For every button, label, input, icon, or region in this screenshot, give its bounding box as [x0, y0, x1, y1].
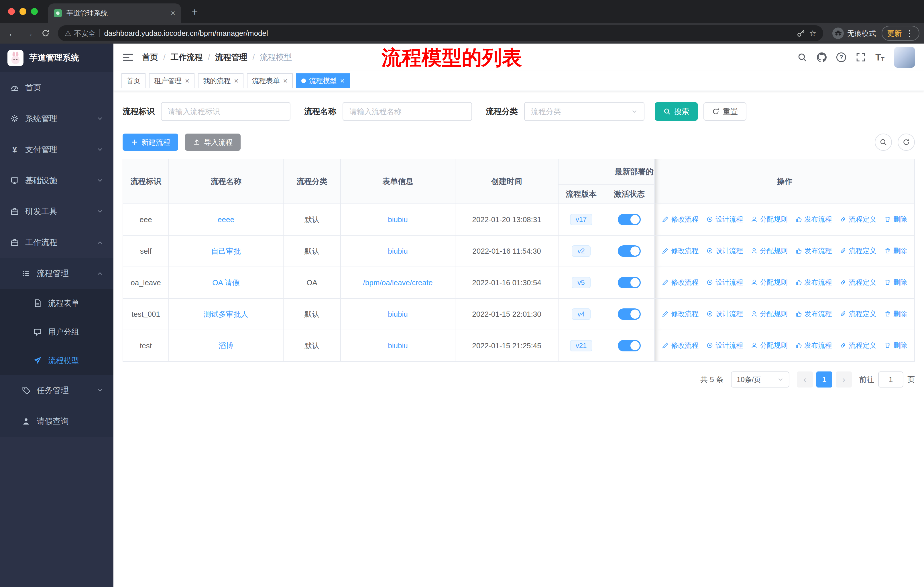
form-info-link[interactable]: biubiu [388, 341, 408, 350]
prev-page-button[interactable]: ‹ [797, 372, 813, 387]
tab-close-icon[interactable]: × [171, 8, 175, 18]
assign-rule-link[interactable]: 分配规则 [751, 278, 787, 287]
process-definition-link[interactable]: 流程定义 [840, 215, 876, 224]
sidebar-item-process-form[interactable]: 流程表单 [0, 289, 114, 317]
goto-page-input[interactable] [878, 372, 903, 387]
publish-process-link[interactable]: 发布流程 [795, 215, 832, 224]
user-avatar[interactable] [894, 47, 915, 68]
design-process-link[interactable]: 设计流程 [706, 309, 743, 318]
close-window-button[interactable] [8, 8, 15, 15]
hamburger-menu-icon[interactable] [122, 53, 134, 62]
publish-process-link[interactable]: 发布流程 [795, 278, 832, 287]
import-process-button[interactable]: 导入流程 [185, 134, 241, 151]
process-id-input[interactable] [161, 102, 290, 121]
sidebar-item-system[interactable]: 系统管理 [0, 103, 114, 134]
sidebar-item-payment[interactable]: ¥ 支付管理 [0, 134, 114, 165]
show-search-toggle-button[interactable] [875, 134, 892, 151]
github-icon[interactable] [817, 53, 827, 62]
chrome-update-button[interactable]: 更新 ⋮ [882, 26, 919, 41]
edit-process-link[interactable]: 修改流程 [662, 246, 699, 255]
sidebar-item-leave-query[interactable]: 请假查询 [0, 406, 114, 437]
delete-link[interactable]: 删除 [884, 309, 907, 318]
process-definition-link[interactable]: 流程定义 [840, 309, 876, 318]
sidebar-item-workflow[interactable]: 工作流程 [0, 227, 114, 258]
edit-process-link[interactable]: 修改流程 [662, 341, 699, 350]
sidebar-item-home[interactable]: 首页 [0, 72, 114, 103]
process-name-link[interactable]: eeee [218, 215, 234, 224]
bookmark-star-icon[interactable]: ☆ [809, 29, 816, 38]
minimize-window-button[interactable] [20, 8, 26, 15]
sidebar-item-process-model[interactable]: 流程模型 [0, 346, 114, 375]
password-key-icon[interactable] [797, 29, 805, 38]
sidebar-item-infrastructure[interactable]: 基础设施 [0, 165, 114, 196]
breadcrumb-workflow[interactable]: 工作流程 [171, 52, 203, 63]
active-status-toggle[interactable] [618, 340, 641, 351]
design-process-link[interactable]: 设计流程 [706, 278, 743, 287]
process-category-select[interactable]: 流程分类 [524, 102, 644, 121]
active-status-toggle[interactable] [618, 214, 641, 225]
assign-rule-link[interactable]: 分配规则 [751, 341, 787, 350]
form-info-link[interactable]: /bpm/oa/leave/create [363, 278, 433, 287]
edit-process-link[interactable]: 修改流程 [662, 309, 699, 318]
refresh-table-button[interactable] [898, 134, 915, 151]
active-status-toggle[interactable] [618, 308, 641, 320]
browser-tab[interactable]: 芋道管理系统 × [48, 3, 181, 23]
help-icon[interactable]: ? [837, 53, 846, 62]
delete-link[interactable]: 删除 [884, 278, 907, 287]
process-definition-link[interactable]: 流程定义 [840, 278, 876, 287]
reload-button[interactable] [38, 25, 53, 41]
sidebar-item-task-management[interactable]: 任务管理 [0, 375, 114, 406]
edit-process-link[interactable]: 修改流程 [662, 215, 699, 224]
process-definition-link[interactable]: 流程定义 [840, 246, 876, 255]
back-button[interactable]: ← [5, 25, 20, 41]
form-info-link[interactable]: biubiu [388, 247, 408, 255]
process-name-input[interactable] [343, 102, 472, 121]
tag-close-icon[interactable]: × [185, 76, 189, 85]
browser-menu-icon[interactable]: ⋮ [906, 29, 914, 38]
tag-close-icon[interactable]: × [340, 76, 345, 85]
design-process-link[interactable]: 设计流程 [706, 246, 743, 255]
search-button[interactable]: 搜索 [655, 103, 698, 121]
breadcrumb-process-management[interactable]: 流程管理 [215, 52, 248, 63]
tag-home[interactable]: 首页 [121, 73, 145, 88]
design-process-link[interactable]: 设计流程 [706, 341, 743, 350]
url-text[interactable]: dashboard.yudao.iocoder.cn/bpm/manager/m… [104, 29, 792, 38]
next-page-button[interactable]: › [836, 372, 852, 387]
delete-link[interactable]: 删除 [884, 246, 907, 255]
publish-process-link[interactable]: 发布流程 [795, 341, 832, 350]
assign-rule-link[interactable]: 分配规则 [751, 246, 787, 255]
tag-process-form[interactable]: 流程表单 × [247, 73, 292, 88]
form-info-link[interactable]: biubiu [388, 215, 408, 224]
current-page-button[interactable]: 1 [816, 372, 832, 387]
delete-link[interactable]: 删除 [884, 215, 907, 224]
page-size-select[interactable]: 10条/页 [731, 372, 789, 387]
zoom-window-button[interactable] [31, 8, 38, 15]
design-process-link[interactable]: 设计流程 [706, 215, 743, 224]
sidebar-item-user-group[interactable]: 用户分组 [0, 317, 114, 346]
active-status-toggle[interactable] [618, 245, 641, 257]
address-bar[interactable]: ⚠ 不安全 dashboard.yudao.iocoder.cn/bpm/man… [58, 25, 823, 41]
edit-process-link[interactable]: 修改流程 [662, 278, 699, 287]
forward-button[interactable]: → [21, 25, 37, 41]
process-name-link[interactable]: 滔博 [219, 341, 233, 350]
fullscreen-icon[interactable] [856, 53, 866, 62]
publish-process-link[interactable]: 发布流程 [795, 246, 832, 255]
tag-close-icon[interactable]: × [234, 76, 238, 85]
font-size-icon[interactable]: T T [875, 52, 884, 63]
tag-my-process[interactable]: 我的流程 × [198, 73, 243, 88]
reset-button[interactable]: 重置 [703, 103, 746, 121]
publish-process-link[interactable]: 发布流程 [795, 309, 832, 318]
tag-tenant-management[interactable]: 租户管理 × [149, 73, 195, 88]
delete-link[interactable]: 删除 [884, 341, 907, 350]
tag-close-icon[interactable]: × [283, 76, 287, 85]
new-tab-button[interactable]: + [188, 5, 201, 19]
sidebar-item-dev-tools[interactable]: 研发工具 [0, 196, 114, 227]
process-name-link[interactable]: 测试多审批人 [204, 310, 248, 318]
process-definition-link[interactable]: 流程定义 [840, 341, 876, 350]
tag-process-model[interactable]: 流程模型 × [296, 73, 350, 88]
search-icon[interactable] [797, 53, 807, 62]
create-process-button[interactable]: 新建流程 [122, 134, 178, 151]
active-status-toggle[interactable] [618, 277, 641, 288]
process-name-link[interactable]: OA 请假 [212, 278, 239, 287]
breadcrumb-home[interactable]: 首页 [142, 52, 158, 63]
